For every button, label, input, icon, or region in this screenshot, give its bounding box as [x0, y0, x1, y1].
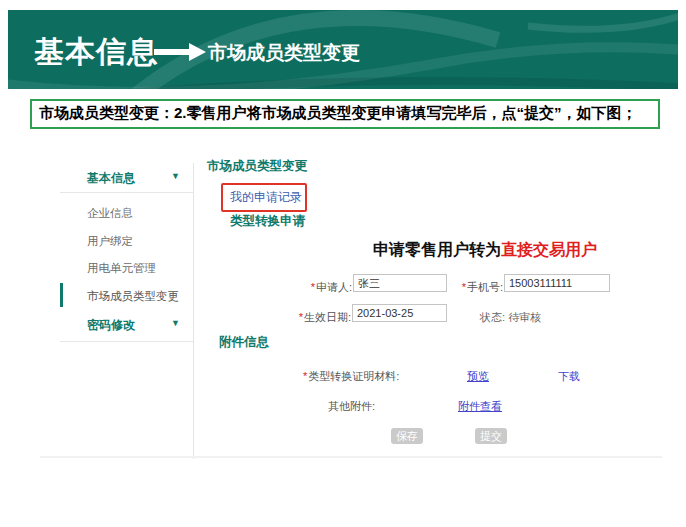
sidebar-item-power-unit-mgmt[interactable]: 用电单元管理 [87, 261, 156, 277]
banner-title: 基本信息 [34, 32, 158, 73]
chevron-down-icon: ▼ [171, 318, 180, 328]
effective-date-label-text: 生效日期: [304, 311, 351, 323]
sidebar-item-member-type-change[interactable]: 市场成员类型变更 [87, 289, 179, 305]
phone-input[interactable] [504, 274, 610, 292]
sidebar-group-label: 密码修改 [87, 317, 135, 334]
required-asterisk: * [303, 370, 307, 382]
material-label: *类型转换证明材料: [303, 369, 383, 384]
header-banner: 基本信息 市场成员类型变更 [8, 10, 678, 89]
screenshot-bottom-divider [40, 456, 662, 458]
page-title: 市场成员类型变更 [207, 158, 307, 175]
other-attachments-label: 其他附件: [328, 399, 383, 414]
attachment-view-link[interactable]: 附件查看 [458, 399, 502, 414]
sidebar: 基本信息 ▼ 企业信息 用户绑定 用电单元管理 市场成员类型变更 密码修改 ▼ [60, 163, 194, 459]
material-label-text: 类型转换证明材料: [308, 370, 399, 382]
phone-label: *手机号: [460, 280, 503, 295]
download-link[interactable]: 下载 [558, 369, 580, 384]
sidebar-group-basic-info[interactable]: 基本信息 ▼ [60, 168, 193, 190]
effective-date-label: *生效日期: [288, 310, 351, 325]
banner-subtitle: 市场成员类型变更 [208, 40, 360, 66]
status-value: 待审核 [508, 311, 541, 323]
phone-label-text: 手机号: [467, 281, 503, 293]
required-asterisk: * [311, 281, 315, 293]
attachments-section-title: 附件信息 [219, 334, 269, 351]
submit-button[interactable]: 提交 [475, 428, 507, 444]
applicant-input[interactable] [353, 274, 447, 292]
sidebar-item-company-info[interactable]: 企业信息 [87, 206, 133, 222]
sidebar-item-user-binding[interactable]: 用户绑定 [87, 234, 133, 250]
sidebar-group-password[interactable]: 密码修改 ▼ [60, 315, 193, 337]
preview-link[interactable]: 预览 [467, 369, 489, 384]
applicant-label: *申请人: [296, 280, 352, 295]
status-text: 状态: 待审核 [480, 310, 541, 325]
slide: 基本信息 市场成员类型变更 市场成员类型变更：2.零售用户将市场成员类型变更申请… [0, 0, 686, 527]
sidebar-selected-indicator [60, 283, 63, 307]
form-title: 申请零售用户转为直接交易用户 [373, 240, 597, 261]
instruction-note: 市场成员类型变更：2.零售用户将市场成员类型变更申请填写完毕后，点“提交”，如下… [30, 99, 660, 129]
chevron-down-icon: ▼ [171, 171, 180, 181]
tab-my-application-records[interactable]: 我的申请记录 [230, 189, 302, 206]
effective-date-input[interactable] [352, 304, 447, 322]
sidebar-divider [60, 341, 193, 342]
applicant-label-text: 申请人: [316, 281, 352, 293]
required-asterisk: * [299, 311, 303, 323]
status-label: 状态: [480, 311, 505, 323]
form-title-prefix: 申请零售用户转为 [373, 241, 501, 258]
arrow-right-icon [154, 43, 206, 65]
tab-type-conversion-apply[interactable]: 类型转换申请 [230, 213, 305, 230]
required-asterisk: * [462, 281, 466, 293]
sidebar-group-label: 基本信息 [87, 170, 135, 187]
save-button[interactable]: 保存 [391, 428, 423, 444]
form-title-highlight: 直接交易用户 [501, 241, 597, 258]
sidebar-divider [60, 192, 193, 193]
